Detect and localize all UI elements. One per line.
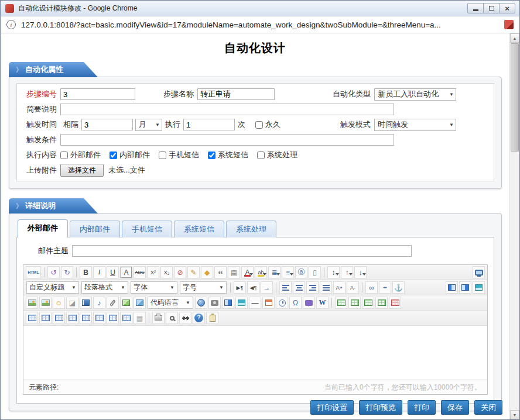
align-justify-icon[interactable] — [320, 281, 332, 294]
print-preview-button[interactable]: 打印预览 — [359, 400, 402, 415]
horizontal-rule-icon[interactable]: — — [249, 297, 261, 309]
page-break-icon[interactable]: ▤ — [228, 266, 240, 278]
save-button[interactable]: 保存 — [441, 400, 469, 415]
delete-col-icon[interactable] — [120, 312, 132, 324]
delete-row-icon[interactable] — [107, 312, 119, 324]
ordered-list-icon[interactable]: ≣ — [268, 266, 280, 278]
paragraph-format-select[interactable]: 段落格式▼ — [81, 281, 128, 294]
anchor-icon[interactable]: ⚓ — [392, 281, 405, 294]
emoticon-icon[interactable]: ☺ — [53, 297, 65, 309]
table-insert-icon[interactable] — [348, 297, 361, 309]
list-style-icon[interactable]: ⓐ — [295, 266, 307, 278]
indent-icon[interactable]: → — [261, 281, 273, 294]
layout-right-icon[interactable] — [459, 281, 471, 294]
word-clean-icon[interactable]: ◪ — [66, 297, 78, 309]
maximize-button[interactable] — [483, 3, 500, 13]
clock-icon[interactable] — [276, 297, 288, 309]
calendar-icon[interactable] — [262, 297, 275, 309]
font-border-icon[interactable]: A — [120, 266, 132, 278]
insert-col-left-icon[interactable] — [53, 312, 65, 324]
shrink-font-icon[interactable]: A- — [347, 281, 359, 294]
align-left-icon[interactable] — [279, 281, 292, 294]
bold-icon[interactable]: B — [80, 266, 92, 278]
insert-row-below-icon[interactable] — [39, 312, 52, 324]
exec-option-checkbox[interactable] — [257, 152, 265, 159]
subscript-icon[interactable]: X₂ — [160, 266, 173, 278]
exec-option-checkbox[interactable] — [60, 152, 68, 159]
trigger-cond-input[interactable] — [60, 134, 394, 146]
minimize-button[interactable] — [467, 3, 484, 13]
link-icon[interactable]: ∞ — [365, 281, 378, 294]
exec-option-checkbox[interactable] — [159, 152, 166, 159]
table-clear-icon[interactable]: ▦ — [134, 312, 146, 324]
font-color-icon[interactable]: A — [241, 266, 254, 278]
exec-option-1[interactable]: 外部邮件 — [60, 150, 101, 160]
help-icon[interactable] — [193, 312, 205, 324]
book-icon[interactable] — [80, 297, 92, 309]
forever-option[interactable]: 永久 — [255, 119, 280, 130]
scroll-up-icon[interactable]: ▲ — [510, 33, 519, 43]
mail-subject-input[interactable] — [72, 245, 412, 257]
table-icon[interactable] — [335, 297, 347, 309]
detail-tab-4[interactable]: 系统短信 — [174, 221, 224, 237]
special-char-icon[interactable]: Ω — [289, 297, 302, 309]
font-family-select[interactable]: 字体▼ — [131, 281, 177, 294]
choose-file-button[interactable]: 选择文件 — [60, 164, 104, 177]
editor-content[interactable] — [23, 326, 487, 380]
superscript-icon[interactable]: X² — [147, 266, 159, 278]
multi-image-icon[interactable] — [39, 297, 52, 309]
interval-input[interactable] — [81, 119, 133, 130]
exec-option-4[interactable]: 系统短信 — [208, 150, 248, 160]
layout-left-icon[interactable] — [446, 281, 458, 294]
scroll-down-icon[interactable]: ▼ — [510, 410, 519, 419]
exec-option-checkbox[interactable] — [208, 152, 215, 159]
print-button[interactable]: 打印 — [408, 400, 436, 415]
paste-text-icon[interactable] — [206, 312, 218, 324]
extension-icon[interactable] — [504, 20, 514, 29]
comment-icon[interactable] — [303, 297, 315, 309]
exec-option-3[interactable]: 手机短信 — [159, 150, 199, 160]
interval-unit-select[interactable]: 月 ▼ — [135, 119, 162, 131]
scrollbar-thumb[interactable] — [511, 43, 519, 152]
insert-row-above-icon[interactable] — [26, 312, 38, 324]
table-props-icon[interactable] — [362, 297, 374, 309]
highlight-color-icon[interactable]: ab — [255, 266, 267, 278]
page-scrollbar[interactable]: ▲ ▼ — [509, 33, 519, 419]
step-name-input[interactable] — [197, 88, 275, 100]
exec-option-2[interactable]: 内部邮件 — [110, 150, 150, 160]
print-icon[interactable] — [152, 312, 165, 324]
find-replace-icon[interactable] — [179, 312, 191, 324]
table-delete-icon[interactable] — [389, 297, 401, 309]
merge-cells-icon[interactable] — [80, 312, 92, 324]
undo-icon[interactable]: ↺ — [47, 266, 60, 278]
forever-checkbox[interactable] — [255, 121, 263, 129]
line-height-icon[interactable]: ↕ — [327, 266, 340, 278]
baidu-map-icon[interactable] — [134, 297, 146, 309]
template-doc-icon[interactable]: ▯ — [309, 266, 321, 278]
address-bar[interactable]: i 127.0.0.1:8018/?act=basic.modifyView&i… — [1, 16, 519, 33]
screenshot-icon[interactable] — [208, 297, 221, 309]
strikethrough-icon[interactable]: ABC — [134, 266, 146, 278]
brief-input[interactable] — [60, 104, 394, 115]
network-video-icon[interactable] — [195, 297, 207, 309]
source-icon[interactable]: HTML — [26, 266, 41, 278]
word-import-icon[interactable]: W — [316, 297, 329, 309]
map-icon[interactable] — [120, 297, 132, 309]
code-language-select[interactable]: 代码语言▼ — [148, 297, 193, 309]
cell-props-icon[interactable] — [375, 297, 388, 309]
italic-icon[interactable]: I — [93, 266, 105, 278]
font-size-select[interactable]: 字号▼ — [180, 281, 227, 294]
step-number-input[interactable] — [60, 88, 135, 100]
close-page-button[interactable]: 关闭 — [474, 400, 502, 415]
format-painter-icon[interactable]: ✎ — [187, 266, 200, 278]
close-button[interactable]: × — [499, 3, 515, 13]
fullscreen-icon[interactable] — [473, 266, 485, 278]
print-settings-button[interactable]: 打印设置 — [310, 400, 354, 415]
exec-times-input[interactable] — [183, 119, 235, 130]
exec-option-checkbox[interactable] — [110, 152, 117, 159]
detail-tab-5[interactable]: 系统处理 — [226, 221, 276, 237]
redo-icon[interactable]: ↻ — [61, 266, 73, 278]
align-center-icon[interactable] — [293, 281, 305, 294]
detail-tab-2[interactable]: 内部邮件 — [70, 221, 120, 237]
remove-format-icon[interactable]: ⊘ — [174, 266, 186, 278]
